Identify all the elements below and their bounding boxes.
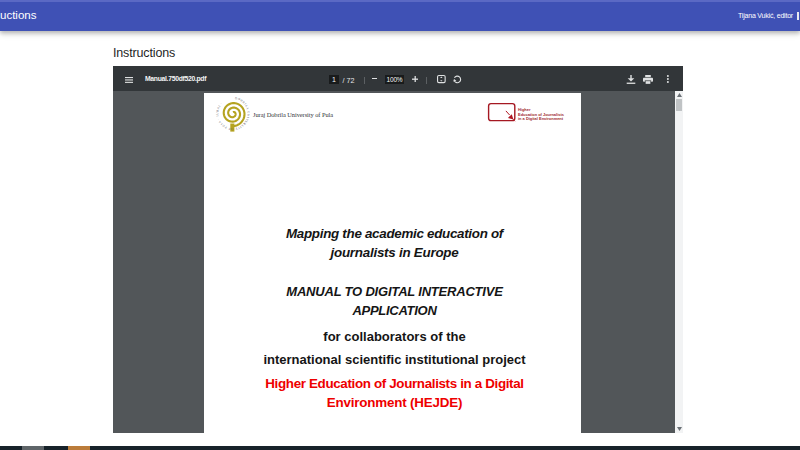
svg-text:in a Digital Environment: in a Digital Environment (518, 116, 564, 121)
svg-text:Juraj Dobrila University of Pu: Juraj Dobrila University of Pula (253, 111, 333, 118)
